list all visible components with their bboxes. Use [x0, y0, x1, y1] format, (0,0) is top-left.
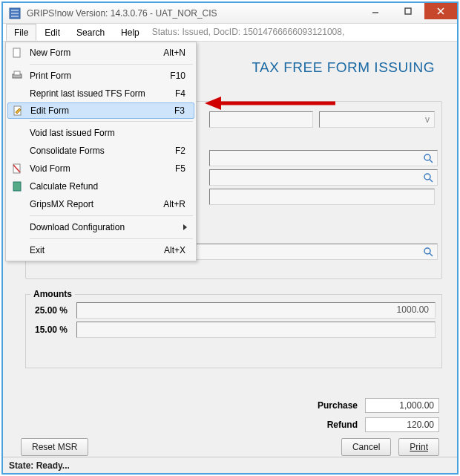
amounts-title: Amounts: [30, 289, 75, 299]
field-c[interactable]: [209, 169, 438, 186]
field-b[interactable]: [209, 150, 438, 166]
menu-void-last[interactable]: Void last issued Form: [7, 124, 194, 142]
purchase-value: 1,000.00: [365, 398, 439, 413]
menu-gripsmx-report[interactable]: GripsMX Report Alt+R: [7, 195, 194, 213]
void-icon: [9, 163, 25, 174]
amount-pct-2: 15.00 %: [32, 325, 76, 335]
print-button[interactable]: Print: [398, 438, 439, 456]
svg-line-8: [430, 179, 433, 182]
maximize-button[interactable]: [392, 3, 424, 19]
menu-download-config[interactable]: Download Configuration: [7, 218, 194, 236]
menu-exit[interactable]: Exit Alt+X: [7, 241, 194, 259]
menu-new-form[interactable]: New Form Alt+N: [7, 44, 194, 62]
totals-block: Purchase 1,000.00 Refund 120.00: [318, 398, 439, 432]
svg-point-5: [424, 154, 430, 160]
svg-point-7: [424, 174, 430, 180]
file-dropdown: New Form Alt+N Print Form F10 Reprint la…: [5, 42, 197, 261]
menu-void-form[interactable]: Void Form F5: [7, 160, 194, 177]
close-button[interactable]: [424, 3, 457, 19]
reset-msr-button[interactable]: Reset MSR: [21, 438, 88, 456]
menu-calc-refund[interactable]: Calculate Refund: [7, 177, 194, 195]
refund-value: 120.00: [365, 417, 439, 432]
svg-line-10: [430, 253, 433, 256]
submenu-arrow-icon: [183, 224, 187, 230]
search-icon[interactable]: [421, 151, 435, 165]
minimize-button[interactable]: [359, 3, 392, 19]
menu-search[interactable]: Search: [68, 24, 113, 41]
amounts-panel: Amounts 25.00 % 1000.00 15.00 %: [25, 294, 442, 368]
title-bar: GRIPS!now Version: 14.3.0.76 - UAT_NOR_C…: [3, 3, 457, 24]
menu-reprint[interactable]: Reprint last issued TFS Form F4: [7, 85, 194, 102]
svg-line-6: [430, 160, 433, 163]
svg-point-9: [424, 248, 430, 254]
purchase-label: Purchase: [318, 400, 358, 411]
menu-edit-form[interactable]: Edit Form F3: [7, 102, 194, 119]
cancel-button[interactable]: Cancel: [341, 438, 391, 456]
menu-status-text: Status: Issued, DocID: 15014766666093121…: [148, 24, 349, 41]
menu-consolidate[interactable]: Consolidate Forms F2: [7, 142, 194, 160]
svg-rect-21: [14, 71, 20, 75]
page-title: TAX FREE FORM ISSUING: [252, 59, 435, 76]
print-icon: [9, 71, 25, 81]
search-icon[interactable]: [421, 245, 435, 258]
document-icon: [9, 48, 25, 58]
svg-rect-25: [13, 182, 21, 191]
svg-marker-27: [205, 97, 221, 110]
svg-rect-19: [13, 48, 20, 57]
calculator-icon: [9, 181, 25, 192]
app-icon: [7, 6, 22, 21]
refund-label: Refund: [327, 420, 358, 430]
amount-value-1[interactable]: 1000.00: [76, 302, 436, 319]
status-bar: State: Ready...: [3, 457, 457, 473]
chevron-down-icon: v: [425, 114, 430, 125]
field-d[interactable]: [209, 189, 435, 205]
menu-print-form[interactable]: Print Form F10: [7, 67, 194, 85]
amount-pct-1: 25.00 %: [32, 305, 76, 316]
edit-icon: [10, 105, 26, 116]
annotation-arrow: [202, 92, 343, 117]
menu-bar: File Edit Search Help Status: Issued, Do…: [3, 24, 457, 42]
window-title: GRIPS!now Version: 14.3.0.76 - UAT_NOR_C…: [27, 8, 217, 19]
search-icon[interactable]: [421, 171, 435, 184]
amount-value-2[interactable]: [76, 322, 436, 338]
menu-edit[interactable]: Edit: [36, 24, 68, 41]
menu-help[interactable]: Help: [113, 24, 148, 41]
svg-rect-2: [405, 8, 411, 14]
menu-file[interactable]: File: [6, 24, 36, 41]
